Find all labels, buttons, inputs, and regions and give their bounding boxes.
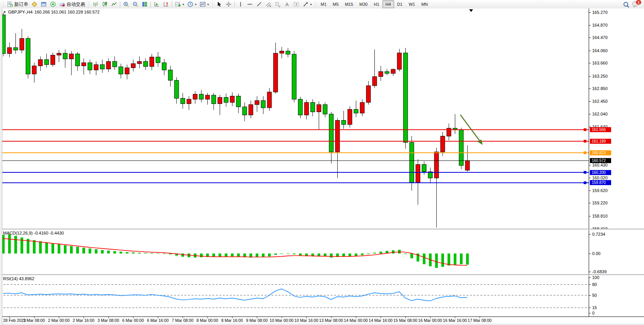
macd-histogram-bar [225,254,227,257]
toolbar-grip[interactable] [212,1,214,7]
one-click-trading-toggle-icon[interactable]: ▼ [3,10,6,14]
level-line-handle[interactable] [584,128,586,131]
time-axis-label: 8 Mar 16:00 [221,318,243,323]
trendline-button[interactable] [255,0,264,8]
zoom-out-button[interactable] [131,0,140,8]
metaeditor-button[interactable] [30,0,39,8]
timeframe-button-M1[interactable]: M1 [318,0,330,8]
arrows-tool-icon [302,1,309,7]
time-axis-label: 6 Mar 00:00 [122,318,144,323]
trendline-icon [256,1,262,7]
macd-histogram-bar [330,254,333,257]
level-line-handle[interactable] [584,140,586,143]
candlestick [391,68,395,76]
macd-histogram-bar [441,254,444,267]
chart-window-left-frame [0,9,2,325]
add-indicator-icon [175,1,181,7]
price-axis[interactable]: 165.270164.870164.470164.060163.660163.2… [589,9,644,229]
timeframe-button-M30[interactable]: M30 [356,0,371,8]
arrows-dropdown-button[interactable]: ▾ [301,0,313,8]
level-line-handle[interactable] [584,151,586,154]
line-chart-button[interactable] [109,0,119,8]
main-chart-canvas[interactable] [0,9,589,229]
candlestick [428,168,432,184]
text-label-icon: T [293,1,299,7]
text-label-button[interactable]: T [292,0,301,8]
horizontal-line-button[interactable] [245,0,255,8]
price-axis-tick [589,88,591,89]
rsi-axis[interactable]: 1008050150 [589,276,644,316]
timeframe-button-MN[interactable]: MN [418,0,431,8]
toolbar-grip[interactable] [314,1,316,7]
candlestick [329,112,333,163]
window-icon [41,1,47,7]
auto-scroll-button[interactable] [152,0,161,8]
level-line-handle[interactable] [584,181,586,184]
macd-histogram-bar [181,254,184,257]
chart-shift-button[interactable] [161,0,171,8]
price-axis-tick-label: 163.660 [592,61,608,66]
timeframe-button-M5[interactable]: M5 [330,0,342,8]
equidistant-channel-button[interactable]: E [264,0,273,8]
rsi-axis-tick [589,308,591,308]
chat-button[interactable]: 1 [632,1,640,8]
candlestick [385,69,389,75]
fibonacci-button[interactable]: F [273,0,282,8]
signals-button[interactable] [48,0,58,8]
tile-windows-button[interactable] [140,0,149,8]
timeframe-button-M15[interactable]: M15 [342,0,356,8]
templates-dropdown-button[interactable]: ▾ [198,0,210,8]
macd-histogram-bar [200,254,203,257]
new-order-button[interactable]: 新订单 [5,0,30,8]
rsi-canvas[interactable] [0,276,589,316]
candlestick [311,99,315,116]
time-axis-label: 10 Mar 16:00 [294,318,318,323]
candlestick [106,58,111,72]
macd-histogram-bar [404,254,407,254]
candlestick [261,96,265,114]
candlestick [125,65,129,79]
toolbar-grip[interactable] [88,1,90,7]
candlestick [100,60,104,73]
vertical-line-button[interactable] [236,0,245,8]
toolbar-right-group: 1 [623,1,643,8]
timeframe-button-H4[interactable]: H4 [383,0,394,8]
candlestick [286,48,290,57]
price-axis-tick [589,63,591,63]
candlestick [459,128,463,169]
macd-histogram-bar [287,253,289,254]
candlestick [273,43,278,94]
indicators-dropdown-button[interactable]: ▾ [173,0,186,8]
level-line-handle[interactable] [584,171,586,174]
down-arrow-head[interactable] [478,140,483,145]
timeframe-button-H1[interactable]: H1 [371,0,382,8]
search-icon[interactable] [623,1,629,7]
timeframe-button-D1[interactable]: D1 [394,0,406,8]
price-axis-tick [589,191,591,191]
zoom-in-button[interactable] [121,0,131,8]
macd-canvas[interactable] [0,230,589,274]
text-button[interactable]: A [282,0,292,8]
crosshair-button[interactable] [224,0,233,8]
time-axis-label: 9 Mar 08:00 [246,318,268,323]
autotrading-button[interactable]: 自动交易 [58,0,87,8]
candlestick [7,43,12,57]
time-axis[interactable]: 28 Feb 20231 Mar 08:002 Mar 00:002 Mar 1… [0,316,644,323]
macd-histogram-bar [392,250,395,254]
rsi-axis-tick-label: 0 [592,311,594,316]
candlestick [403,48,408,149]
macd-histogram-bar [268,254,271,257]
bar-chart-button[interactable] [91,0,100,8]
dropdown-caret-icon: ▾ [310,3,312,6]
timeframe-button-W1[interactable]: W1 [406,0,419,8]
periods-dropdown-button[interactable]: ▾ [186,0,198,8]
macd-histogram-bar [82,248,85,254]
macd-axis[interactable]: 0.72340.00-0.6839 [589,230,644,274]
macd-histogram-bar [293,254,296,254]
data-window-button[interactable] [39,0,48,8]
candlestick-chart-button[interactable] [100,0,109,8]
toolbar-grip[interactable] [2,1,4,7]
rsi-value: 43.8962 [19,276,34,281]
chart-shift-marker[interactable] [469,9,473,12]
cursor-button[interactable] [215,0,224,8]
